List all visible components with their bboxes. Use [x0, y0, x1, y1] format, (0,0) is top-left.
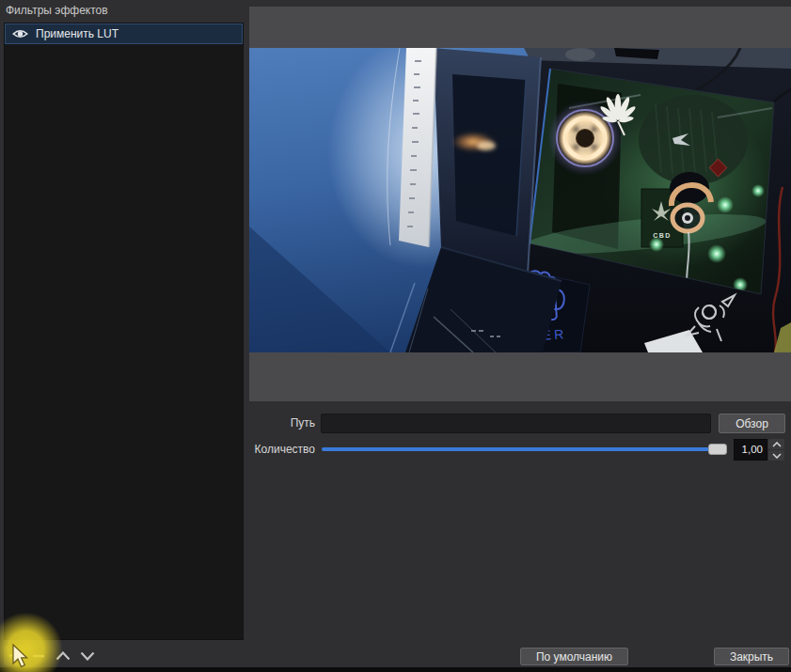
filter-item-label: Применить LUT: [36, 27, 119, 40]
chevron-down-icon: [772, 453, 782, 459]
move-filter-up-button[interactable]: [53, 646, 73, 665]
amount-label: Количество: [249, 443, 315, 456]
filter-list[interactable]: Применить LUT: [4, 23, 244, 640]
amount-slider[interactable]: [322, 443, 727, 456]
amount-spin-up-button[interactable]: [768, 439, 784, 449]
preview-area: CBD: [249, 7, 791, 401]
chevron-up-icon: [55, 651, 71, 661]
path-label: Путь: [249, 416, 315, 430]
path-input[interactable]: [321, 414, 711, 433]
move-filter-down-button[interactable]: [77, 646, 98, 665]
visibility-eye-icon[interactable]: [12, 28, 28, 39]
mouse-cursor-icon: [11, 644, 30, 669]
amount-value[interactable]: 1,00: [734, 439, 767, 461]
filters-panel-title: Фильтры эффектов: [6, 4, 108, 17]
slider-track[interactable]: [322, 447, 727, 451]
filter-list-item-apply-lut[interactable]: Применить LUT: [5, 23, 243, 44]
filters-dialog: Фильтры эффектов Применить LUT: [0, 0, 791, 672]
close-button[interactable]: Закрыть: [714, 648, 789, 665]
remove-filter-button[interactable]: [28, 646, 49, 665]
chevron-down-icon: [80, 651, 95, 661]
defaults-button[interactable]: По умолчанию: [520, 648, 628, 665]
minus-icon: [32, 654, 45, 658]
amount-spinbox: 1,00: [734, 439, 784, 461]
chevron-up-icon: [772, 442, 782, 447]
amount-spin-down-button[interactable]: [768, 450, 784, 461]
slider-handle[interactable]: [708, 444, 727, 455]
preview-video: CBD: [249, 48, 791, 352]
browse-button[interactable]: Обзор: [719, 414, 785, 433]
window-bottom-edge: [0, 667, 791, 672]
